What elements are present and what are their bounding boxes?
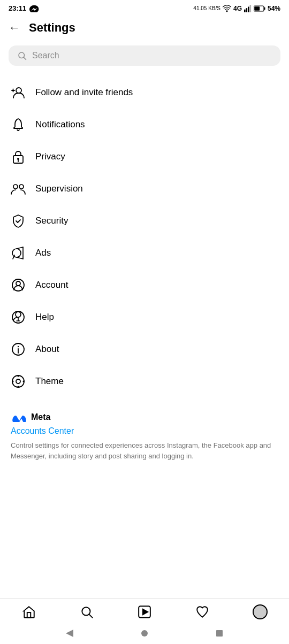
search-nav-icon	[80, 605, 94, 619]
search-container: Search	[0, 41, 289, 74]
nav-reels[interactable]	[116, 605, 173, 619]
signal-icon	[244, 5, 252, 12]
back-button[interactable]: ←	[9, 21, 20, 35]
svg-point-0	[226, 10, 227, 12]
reels-icon	[138, 605, 151, 619]
svg-point-26	[16, 312, 21, 317]
svg-point-33	[18, 386, 19, 388]
network-speed: 41.05 KB/S	[193, 5, 220, 11]
menu-item-follow[interactable]: Follow and invite friends	[0, 76, 289, 109]
menu-item-about[interactable]: About	[0, 333, 289, 365]
android-recent-button[interactable]	[214, 628, 225, 639]
meta-description: Control settings for connected experienc…	[11, 440, 278, 461]
nav-profile[interactable]	[231, 604, 289, 619]
menu-item-security[interactable]: Security	[0, 205, 289, 237]
svg-point-28	[18, 346, 19, 347]
svg-line-20	[17, 257, 23, 259]
follow-label: Follow and invite friends	[35, 87, 133, 98]
wifi-icon	[223, 5, 231, 12]
svg-point-10	[16, 88, 21, 93]
svg-line-9	[24, 57, 26, 59]
account-icon	[11, 278, 26, 293]
svg-point-42	[141, 630, 148, 637]
battery-level: 54%	[268, 5, 280, 12]
ads-icon	[11, 246, 26, 260]
search-icon	[17, 51, 27, 60]
profile-avatar	[253, 604, 268, 619]
network-type: 4G	[233, 5, 242, 12]
svg-marker-40	[143, 609, 148, 615]
battery-icon	[254, 5, 265, 12]
nav-likes[interactable]	[173, 605, 231, 619]
svg-rect-4	[249, 5, 251, 12]
menu-item-theme[interactable]: Theme	[0, 365, 289, 397]
menu-item-supervision[interactable]: Supervision	[0, 173, 289, 205]
search-bar[interactable]: Search	[9, 45, 280, 66]
svg-rect-6	[264, 7, 265, 10]
svg-rect-36	[27, 612, 31, 618]
nav-search[interactable]	[58, 605, 116, 619]
supervision-icon	[11, 181, 26, 196]
theme-label: Theme	[35, 376, 64, 387]
supervision-label: Supervision	[35, 183, 83, 194]
nav-home[interactable]	[0, 605, 58, 619]
svg-point-34	[12, 381, 14, 382]
messenger-icon	[29, 5, 39, 12]
android-back-button[interactable]	[64, 628, 75, 639]
android-home-button[interactable]	[139, 628, 150, 639]
security-label: Security	[35, 216, 68, 226]
settings-menu: Follow and invite friends Notifications …	[0, 74, 289, 400]
svg-point-30	[12, 375, 24, 387]
account-label: Account	[35, 280, 68, 290]
meta-logo-row: Meta	[11, 412, 278, 422]
ads-label: Ads	[35, 248, 51, 258]
shield-icon	[11, 213, 26, 228]
svg-line-19	[17, 247, 23, 249]
svg-rect-43	[216, 630, 223, 637]
menu-item-account[interactable]: Account	[0, 269, 289, 301]
svg-point-24	[16, 281, 20, 286]
about-icon	[11, 342, 26, 357]
meta-logo-text: Meta	[31, 412, 50, 422]
page-title: Settings	[29, 21, 75, 35]
menu-item-help[interactable]: Help	[0, 301, 289, 333]
svg-rect-7	[254, 6, 260, 11]
svg-point-16	[13, 185, 18, 189]
bottom-nav	[0, 599, 289, 623]
svg-point-35	[23, 381, 25, 382]
svg-point-32	[18, 375, 19, 377]
theme-icon	[11, 374, 26, 389]
home-icon	[22, 605, 36, 619]
about-label: About	[35, 344, 59, 355]
meta-logo-icon	[11, 412, 28, 422]
notifications-label: Notifications	[35, 119, 85, 130]
svg-line-38	[89, 615, 93, 618]
status-bar: 23:11 41.05 KB/S 4G 54%	[0, 0, 289, 14]
help-label: Help	[35, 312, 54, 323]
meta-section: Meta Accounts Center Control settings fo…	[0, 400, 289, 467]
accounts-center-link[interactable]: Accounts Center	[11, 426, 278, 436]
privacy-label: Privacy	[35, 151, 65, 162]
svg-marker-41	[66, 630, 73, 637]
svg-rect-3	[248, 6, 249, 12]
help-icon	[11, 310, 26, 325]
menu-item-ads[interactable]: Ads	[0, 237, 289, 269]
svg-rect-1	[244, 9, 246, 12]
status-time: 23:11	[9, 4, 26, 12]
menu-item-privacy[interactable]: Privacy	[0, 141, 289, 173]
follow-icon	[11, 85, 26, 100]
heart-icon	[195, 605, 209, 619]
svg-point-17	[19, 185, 24, 189]
android-nav	[0, 623, 289, 644]
search-placeholder: Search	[32, 51, 59, 60]
bell-icon	[11, 117, 26, 132]
header: ← Settings	[0, 14, 289, 41]
svg-rect-2	[246, 8, 247, 12]
svg-point-31	[16, 379, 20, 384]
lock-icon	[11, 149, 26, 164]
menu-item-notifications[interactable]: Notifications	[0, 109, 289, 141]
